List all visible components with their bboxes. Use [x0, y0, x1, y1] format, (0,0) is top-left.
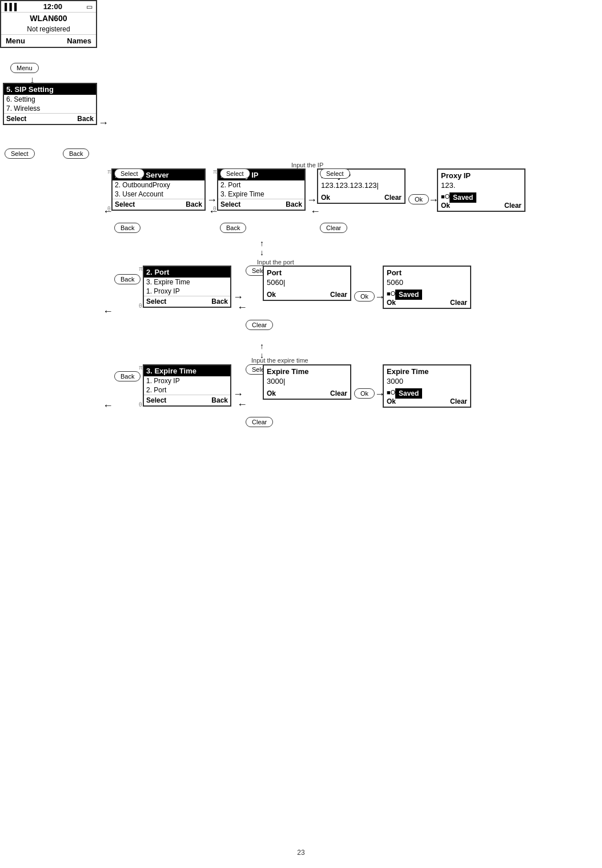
phone-menu-label: Menu — [6, 37, 25, 45]
expire-menu-port: 2. Port — [144, 385, 230, 395]
proxy-back-button[interactable]: Back — [114, 223, 141, 233]
port-menu-screen: 2. Port 3. Expire Time 1. Proxy IP Selec… — [143, 266, 231, 308]
proxy-back-label: Back — [186, 200, 202, 208]
proxy-ip-saved-overlay: Saved — [450, 192, 476, 203]
battery-icon: ▭ — [86, 3, 93, 11]
expire-saved-overlay: Saved — [395, 388, 422, 399]
sip-back-button[interactable]: Back — [63, 148, 89, 159]
phone-screen: ▌▌▌ 12:00 ▭ WLAN600 Not registered Menu … — [0, 0, 97, 48]
status-text: Not registered — [1, 24, 96, 34]
port-back-button[interactable]: Back — [114, 274, 141, 284]
proxy-ip-input-footer: Ok Clear — [318, 192, 404, 203]
expire-saved-box: Expire Time 3000 — [384, 365, 470, 388]
proxy-ip-ok-button[interactable]: Ok — [408, 194, 429, 204]
expire-ok-button[interactable]: Ok — [354, 388, 375, 399]
proxy-ip-saved-screen: Proxy IP 123. Saved ■O.K. Ok Clear — [437, 168, 525, 212]
expire-saved-title: Expire Time — [387, 367, 467, 376]
input-port-hint: Input the port — [257, 259, 294, 266]
sip-select-label: Select — [6, 115, 26, 123]
port-saved-screen: Port 5060 Saved ■O.K. Ok Clear — [383, 266, 471, 309]
proxy-ip-input-clear: Clear — [384, 194, 402, 202]
sip-setting-title: 5. SIP Setting — [4, 84, 96, 95]
port-input-title: Port — [267, 268, 347, 277]
vert-arrow-1: ↑ ↓ — [260, 239, 264, 257]
time-display: 12:00 — [43, 2, 62, 11]
page-number: 23 — [297, 849, 304, 857]
expire-input-title: Expire Time — [267, 367, 347, 376]
port-menu-select: Select — [146, 298, 166, 306]
proxy-ip-input-ok: Ok — [321, 194, 330, 202]
port-input-value: 5060| — [267, 277, 347, 288]
expire-input-clear: Clear — [330, 389, 347, 397]
expire-menu-select: Select — [146, 396, 166, 404]
signal-icon: ▌▌▌ — [5, 3, 19, 11]
menu-item-setting: 6. Setting — [4, 95, 96, 104]
expire-input-footer: Ok Clear — [264, 388, 350, 399]
phone-names-label: Names — [67, 37, 91, 45]
proxy-ip-menu-select: Select — [220, 200, 240, 208]
expire-input-ok: Ok — [267, 389, 276, 397]
port-input-box: Port 5060| — [264, 267, 350, 290]
proxy-item-outbound: 2. OutboundProxy — [113, 180, 204, 190]
port-ok-button[interactable]: Ok — [354, 291, 375, 302]
proxy-ip-saved-title: Proxy IP — [441, 171, 521, 180]
port-input-screen: Port 5060| Ok Clear — [263, 266, 351, 301]
arrow-left-5: ← — [237, 302, 247, 314]
arrow-right-1: → — [98, 117, 109, 129]
theta-label-3: θ — [139, 303, 142, 309]
input-ip-hint: Input the IP — [291, 162, 323, 168]
port-saved-overlay: Saved — [395, 290, 422, 300]
expire-saved-ok: Ok — [387, 397, 396, 405]
menu-button[interactable]: Menu — [10, 63, 39, 73]
port-input-clear-button[interactable]: Clear — [246, 320, 273, 330]
expire-saved-clear: Clear — [450, 397, 467, 405]
proxy-ip-input-clear-button[interactable]: Clear — [320, 223, 347, 233]
input-expire-hint: Input the expire time — [251, 357, 308, 364]
sip-setting-screen: 5. SIP Setting 6. Setting 7. Wireless Se… — [3, 83, 97, 125]
proxy-select-button[interactable]: Select — [114, 168, 145, 179]
proxy-ip-menu-back: Back — [286, 200, 302, 208]
sip-select-button[interactable]: Select — [5, 148, 35, 159]
port-saved-value: 5060 — [387, 277, 467, 288]
device-name: WLAN600 — [1, 13, 96, 24]
theta-label-4: θ — [139, 401, 142, 408]
proxy-ip-saved-value: 123. — [441, 180, 521, 191]
port-input-ok: Ok — [267, 291, 276, 299]
proxy-ip-input-select-button[interactable]: Select — [320, 168, 350, 179]
pi-label-3: π — [139, 266, 143, 272]
port-input-footer: Ok Clear — [264, 290, 350, 300]
sip-back-label: Back — [77, 115, 94, 123]
expire-menu-title: 3. Expire Time — [144, 365, 230, 376]
expire-menu-footer: Select Back — [144, 395, 230, 405]
proxy-ip-menu-port: 2. Port — [218, 180, 304, 190]
port-menu-proxy: 1. Proxy IP — [144, 287, 230, 296]
expire-back-button[interactable]: Back — [114, 371, 141, 381]
proxy-item-user: 3. User Account — [113, 190, 204, 199]
port-menu-footer: Select Back — [144, 296, 230, 307]
menu-item-wireless: 7. Wireless — [4, 104, 96, 113]
proxy-select-label: Select — [115, 200, 135, 208]
proxy-ip-menu-back-button[interactable]: Back — [220, 223, 246, 233]
expire-saved-value: 3000 — [387, 376, 467, 387]
port-menu-title: 2. Port — [144, 267, 230, 278]
arrow-left-7: ← — [237, 399, 247, 411]
status-bar: ▌▌▌ 12:00 ▭ — [1, 1, 96, 13]
expire-input-box: Expire Time 3000| — [264, 365, 350, 388]
theta-label-2: θ — [213, 206, 216, 212]
port-saved-ok: Ok — [387, 299, 396, 307]
proxy-ip-saved-ok: Ok — [441, 202, 450, 210]
expire-menu-back: Back — [211, 396, 228, 404]
proxy-ip-saved-box: Proxy IP 123. — [438, 170, 524, 192]
proxy-ip-menu-select-button[interactable]: Select — [220, 168, 250, 179]
expire-input-clear-button[interactable]: Clear — [246, 417, 273, 427]
proxy-ip-input-value: 123.123.123.123| — [321, 180, 402, 191]
proxy-server-footer: Select Back — [113, 199, 204, 210]
arrow-left-3: ← — [310, 206, 320, 218]
expire-input-value: 3000| — [267, 376, 347, 387]
arrow-left-4: ← — [103, 306, 113, 318]
proxy-ip-menu-footer: Select Back — [218, 199, 304, 210]
sip-setting-footer: Select Back — [4, 113, 96, 124]
port-saved-clear: Clear — [450, 299, 467, 307]
pi-label-2: π — [213, 168, 217, 175]
expire-input-screen: Expire Time 3000| Ok Clear — [263, 364, 351, 400]
